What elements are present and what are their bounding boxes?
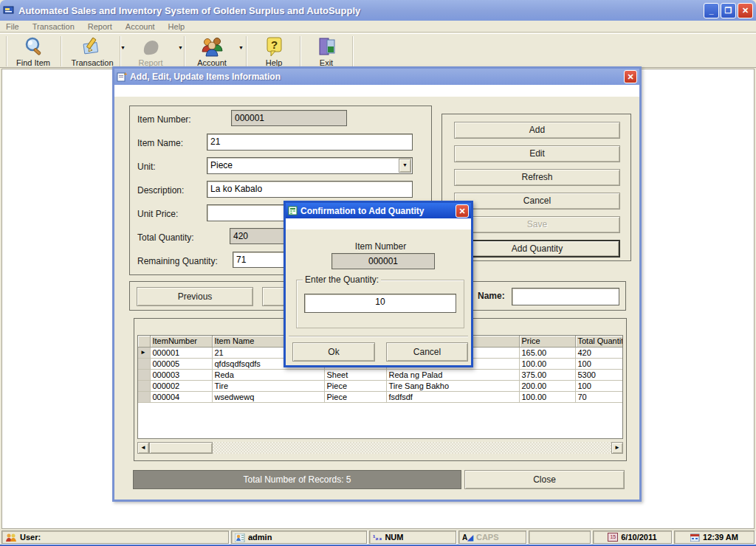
scrollbar-thumb[interactable] bbox=[149, 442, 213, 454]
unit-label: Unit: bbox=[137, 162, 156, 172]
description-field[interactable]: La ko Kabalo bbox=[207, 181, 413, 198]
numlock-icon: ¹₂₃ bbox=[373, 533, 382, 542]
toolbar-separator bbox=[184, 36, 185, 66]
svg-text:?: ? bbox=[271, 38, 278, 51]
scroll-left-icon[interactable]: ◄ bbox=[137, 442, 149, 454]
dialog-close-icon[interactable]: ✕ bbox=[624, 70, 637, 83]
confirmation-close-icon[interactable]: ✕ bbox=[456, 204, 469, 218]
item-number-field: 000001 bbox=[231, 110, 347, 126]
quantity-input[interactable]: 10 bbox=[304, 294, 456, 313]
toolbar-separator bbox=[352, 36, 354, 66]
users-icon bbox=[5, 532, 17, 542]
status-date-panel: 15 6/10/2011 bbox=[593, 531, 672, 544]
menu-transaction[interactable]: Transaction bbox=[32, 22, 75, 31]
window-title: Automated Sales and Inventory System of … bbox=[18, 5, 702, 16]
account-icon bbox=[189, 35, 235, 59]
horizontal-scrollbar[interactable]: ◄ ► bbox=[137, 442, 623, 454]
report-icon bbox=[127, 35, 174, 59]
help-icon: ? bbox=[252, 35, 295, 59]
confirmation-dialog: Confirmation to Add Quantity ✕ Item Numb… bbox=[284, 201, 473, 367]
minimize-button[interactable]: _ bbox=[704, 3, 719, 18]
toolbar-help-button[interactable]: ? Help bbox=[252, 35, 295, 67]
window-titlebar: Automated Sales and Inventory System of … bbox=[0, 0, 756, 21]
modal-separator bbox=[289, 336, 468, 337]
scroll-right-icon[interactable]: ► bbox=[611, 442, 623, 454]
exit-icon bbox=[306, 35, 347, 59]
save-button: Save bbox=[454, 216, 620, 233]
toolbar-separator bbox=[6, 36, 7, 66]
user-icon bbox=[235, 532, 245, 542]
toolbar: Find Item Transaction ▼ Report ▼ bbox=[0, 33, 756, 68]
find-item-icon bbox=[10, 35, 56, 59]
ok-button[interactable]: Ok bbox=[292, 342, 375, 362]
menu-help[interactable]: Help bbox=[168, 22, 185, 31]
application-window: Automated Sales and Inventory System of … bbox=[0, 0, 756, 546]
item-name-field[interactable]: 21 bbox=[207, 134, 413, 151]
refresh-button[interactable]: Refresh bbox=[454, 169, 620, 186]
svg-text:+: + bbox=[124, 72, 127, 77]
add-button[interactable]: Add bbox=[454, 122, 620, 139]
toolbar-report-button: Report ▼ bbox=[127, 35, 174, 67]
row-selector-icon: ► bbox=[138, 347, 150, 358]
toolbar-account-button[interactable]: Account ▼ bbox=[189, 35, 235, 67]
clock-icon bbox=[690, 533, 700, 542]
status-time-panel: 12:39 AM bbox=[674, 531, 755, 544]
account-dropdown-arrow[interactable]: ▼ bbox=[238, 45, 244, 50]
modal-item-number-field: 000001 bbox=[331, 253, 435, 269]
toolbar-separator bbox=[246, 36, 247, 66]
col-price: Price bbox=[519, 336, 575, 347]
report-dropdown-arrow: ▼ bbox=[178, 45, 183, 50]
toolbar-transaction-button[interactable]: Transaction ▼ bbox=[68, 35, 117, 67]
toolbar-separator bbox=[61, 36, 62, 66]
edit-button[interactable]: Edit bbox=[454, 145, 620, 162]
transaction-dropdown-arrow[interactable]: ▼ bbox=[120, 45, 126, 50]
confirmation-title: Confirmation to Add Quantity bbox=[300, 206, 456, 216]
modal-item-number-label: Item Number bbox=[286, 241, 475, 252]
restore-button[interactable]: ❐ bbox=[721, 3, 736, 18]
status-empty-panel bbox=[529, 531, 591, 544]
menu-bar: File Transaction Report Account Help bbox=[0, 21, 756, 32]
cancel-button[interactable]: Cancel bbox=[454, 193, 620, 210]
status-caps-panel: A◢ CAPS bbox=[458, 531, 526, 544]
status-username-panel: admin bbox=[231, 531, 367, 544]
remaining-quantity-label: Remaining Quantity: bbox=[137, 256, 218, 266]
description-label: Description: bbox=[137, 185, 184, 196]
search-name-field[interactable] bbox=[512, 288, 619, 305]
dialog-title: Add, Edit, Update Items Information bbox=[130, 72, 624, 82]
item-number-label: Item Number: bbox=[137, 114, 191, 125]
quantity-groupbox: Enter the Quantity: 10 bbox=[296, 280, 464, 328]
unit-combobox[interactable]: Piece ▼ bbox=[207, 157, 413, 174]
item-name-label: Item Name: bbox=[137, 138, 183, 148]
toolbar-separator bbox=[120, 36, 121, 66]
total-quantity-label: Total Quantity: bbox=[137, 232, 194, 243]
table-row[interactable]: 000004wsedwewq Piecefsdfsdf 100.0070 bbox=[138, 391, 623, 402]
menu-account[interactable]: Account bbox=[126, 22, 155, 31]
app-icon bbox=[3, 4, 15, 16]
records-count-bar: Total Number of Records: 5 bbox=[133, 470, 461, 489]
table-row[interactable]: 000002Tire PieceTire Sang Bakho 200.0010… bbox=[138, 380, 623, 391]
confirmation-titlebar: Confirmation to Add Quantity ✕ bbox=[286, 203, 471, 218]
toolbar-find-item-button[interactable]: Find Item bbox=[10, 35, 56, 67]
add-quantity-button[interactable]: Add Quantity bbox=[454, 240, 620, 258]
calendar-icon: 15 bbox=[608, 533, 618, 542]
menu-file[interactable]: File bbox=[6, 22, 19, 31]
search-name-label: Name: bbox=[478, 291, 505, 301]
menu-report[interactable]: Report bbox=[88, 22, 112, 31]
quantity-group-label: Enter the Quantity: bbox=[303, 274, 381, 285]
modal-cancel-button[interactable]: Cancel bbox=[386, 342, 468, 362]
col-item-number: ItemNumber bbox=[150, 336, 212, 347]
dialog-titlebar: + Add, Edit, Update Items Information ✕ bbox=[114, 69, 639, 85]
toolbar-exit-button[interactable]: Exit bbox=[306, 35, 347, 67]
status-num-panel: ¹₂₃ NUM bbox=[369, 531, 456, 544]
close-dialog-button[interactable]: Close bbox=[464, 470, 625, 489]
table-row[interactable]: 000003Reda SheetReda ng Palad 375.005300 bbox=[138, 369, 623, 380]
transaction-icon bbox=[68, 35, 117, 59]
close-button[interactable]: ✕ bbox=[738, 3, 753, 18]
capslock-icon: A◢ bbox=[462, 533, 473, 542]
previous-button[interactable]: Previous bbox=[137, 287, 253, 306]
combo-dropdown-icon[interactable]: ▼ bbox=[399, 159, 411, 173]
status-bar: User: admin ¹₂₃ NUM A◢ CAPS 15 6/10/2011 bbox=[0, 530, 756, 545]
unit-price-label: Unit Price: bbox=[137, 209, 178, 219]
col-total-quantity: Total Quantity bbox=[575, 336, 623, 347]
confirmation-icon bbox=[288, 206, 298, 216]
